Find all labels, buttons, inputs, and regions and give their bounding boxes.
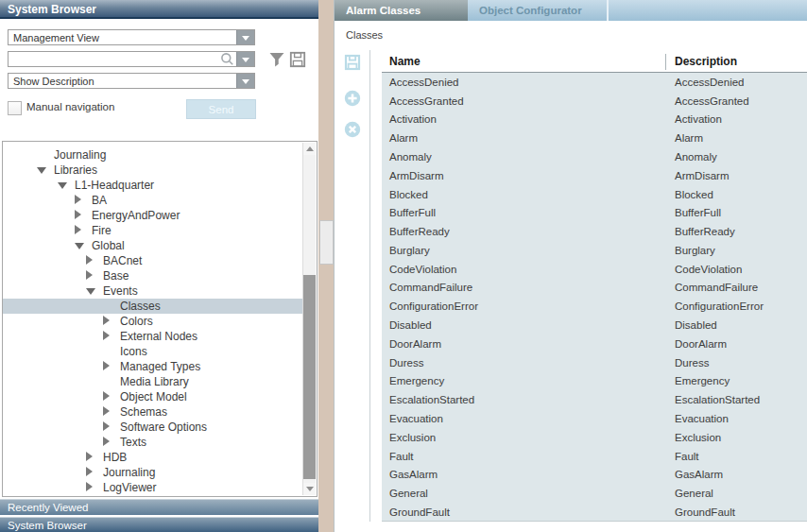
tree-expander-closed-icon[interactable] [86, 451, 103, 464]
tree-expander-closed-icon[interactable] [86, 466, 103, 479]
chevron-down-icon[interactable] [236, 30, 254, 44]
table-row[interactable]: BufferReadyBufferReady [382, 222, 807, 241]
chevron-down-icon[interactable] [236, 52, 254, 66]
cell-name: Exclusion [382, 432, 665, 443]
tree-expander-closed-icon[interactable] [103, 360, 120, 373]
save-icon[interactable] [289, 51, 306, 71]
table-row[interactable]: ExclusionExclusion [382, 428, 807, 447]
table-row[interactable]: DisabledDisabled [382, 316, 807, 335]
table-row[interactable]: EvacuationEvacuation [382, 409, 807, 428]
tree-item-managed-types[interactable]: Managed Types [3, 359, 303, 374]
add-icon[interactable] [344, 90, 361, 110]
search-input[interactable] [10, 52, 213, 66]
view-selector-combobox[interactable]: Management View [8, 29, 255, 45]
tree-expander-closed-icon[interactable] [86, 481, 103, 494]
tree-expander-open-icon[interactable] [37, 163, 54, 177]
tree-item-schemas[interactable]: Schemas [3, 404, 303, 420]
system-browser-bar[interactable]: System Browser [0, 517, 318, 532]
display-mode-combobox[interactable]: Show Description [8, 73, 255, 89]
table-row[interactable]: ArmDisarmArmDisarm [382, 166, 807, 185]
tree-item-fire[interactable]: Fire [3, 223, 303, 238]
tab-label: Object Configurator [479, 5, 582, 16]
tree-item-bacnet[interactable]: BACnet [3, 253, 303, 268]
tree-item-icons[interactable]: Icons [3, 344, 303, 359]
table-row[interactable]: FaultFault [382, 447, 807, 466]
tree-item-texts[interactable]: Texts [3, 435, 303, 450]
table-row[interactable]: DuressDuress [382, 353, 807, 372]
manual-navigation-checkbox[interactable] [8, 101, 22, 115]
tree-item-global[interactable]: Global [3, 238, 303, 253]
tree-expander-open-icon[interactable] [75, 239, 92, 252]
table-row[interactable]: GeneralGeneral [382, 484, 807, 503]
panel-splitter[interactable] [318, 0, 334, 532]
tree-scrollbar[interactable] [302, 143, 316, 495]
table-row[interactable]: DoorAlarmDoorAlarm [382, 335, 807, 353]
tree-expander-closed-icon[interactable] [103, 330, 120, 343]
scroll-up-icon[interactable] [303, 143, 316, 155]
tree-expander-open-icon[interactable] [58, 179, 75, 192]
tree-expander-closed-icon[interactable] [86, 254, 103, 267]
tree-item-classes[interactable]: Classes [3, 299, 303, 314]
tree-item-colors[interactable]: Colors [3, 314, 303, 329]
cell-description: Blocked [665, 189, 807, 200]
column-header-name[interactable]: Name [389, 55, 421, 68]
table-row[interactable]: GroundFaultGroundFault [382, 503, 807, 522]
filter-icon[interactable] [268, 52, 285, 71]
save-icon[interactable] [344, 54, 361, 74]
recently-viewed-bar[interactable]: Recently Viewed [0, 499, 318, 515]
tree-expander-closed-icon[interactable] [75, 224, 92, 237]
table-row[interactable]: BlockedBlocked [382, 185, 807, 204]
tree-expander-closed-icon[interactable] [103, 390, 120, 403]
tree-item-journaling[interactable]: Journaling [3, 465, 303, 480]
table-row[interactable]: ActivationActivation [382, 111, 807, 129]
tree-item-base[interactable]: Base [3, 268, 303, 283]
tree-item-l1-headquarter[interactable]: L1-Headquarter [3, 178, 303, 193]
chevron-down-icon[interactable] [236, 74, 254, 88]
tab-object-configurator[interactable]: Object Configurator [468, 0, 609, 21]
table-row[interactable]: CodeViolationCodeViolation [382, 260, 807, 279]
tree-item-ba[interactable]: BA [3, 193, 303, 208]
table-row[interactable]: BurglaryBurglary [382, 241, 807, 260]
table-row[interactable]: BufferFullBufferFull [382, 203, 807, 222]
table-row[interactable]: AccessDeniedAccessDenied [382, 73, 807, 92]
send-button[interactable]: Send [186, 99, 256, 119]
column-divider[interactable] [665, 54, 666, 70]
table-row[interactable]: EmergencyEmergency [382, 372, 807, 391]
tree-expander-closed-icon[interactable] [75, 194, 92, 207]
tree-expander-closed-icon[interactable] [103, 315, 120, 328]
table-row[interactable]: AnomalyAnomaly [382, 147, 807, 166]
tab-alarm-classes[interactable]: Alarm Classes [335, 0, 468, 21]
table-row[interactable]: GasAlarmGasAlarm [382, 465, 807, 484]
table-row[interactable]: AlarmAlarm [382, 129, 807, 147]
scroll-down-icon[interactable] [303, 483, 316, 495]
splitter-grip[interactable] [319, 220, 334, 265]
table-row[interactable]: ConfigurationErrorConfigurationError [382, 297, 807, 316]
tree-expander-closed-icon[interactable] [75, 209, 92, 222]
tree-expander-open-icon[interactable] [86, 284, 103, 298]
tree-item-label: BA [92, 194, 107, 207]
table-row[interactable]: EscalationStartedEscalationStarted [382, 390, 807, 409]
tree-item-external-nodes[interactable]: External Nodes [3, 329, 303, 344]
tree-item-object-model[interactable]: Object Model [3, 389, 303, 404]
panel-title: System Browser [0, 0, 318, 19]
tree-item-libraries[interactable]: Libraries [3, 163, 303, 178]
tree-item-events[interactable]: Events [3, 283, 303, 299]
tree-expander-closed-icon[interactable] [103, 436, 120, 449]
tree-item-logviewer[interactable]: LogViewer [3, 480, 303, 495]
scrollbar-thumb[interactable] [303, 275, 316, 479]
tree-expander-closed-icon[interactable] [86, 269, 103, 283]
tree-item-journaling[interactable]: Journaling [3, 147, 303, 163]
table-row[interactable]: AccessGrantedAccessGranted [382, 92, 807, 111]
delete-icon[interactable] [344, 121, 361, 141]
tree-expander-closed-icon[interactable] [103, 420, 120, 434]
tree-item-software-options[interactable]: Software Options [3, 420, 303, 435]
tree-item-hdb[interactable]: HDB [3, 450, 303, 465]
tree-item-energyandpower[interactable]: EnergyAndPower [3, 208, 303, 223]
table-row[interactable]: CommandFailureCommandFailure [382, 279, 807, 298]
tree-expander-closed-icon[interactable] [103, 405, 120, 419]
cell-description: GroundFault [665, 506, 807, 518]
column-header-description[interactable]: Description [675, 55, 737, 68]
table-header: Name Description [382, 52, 807, 73]
cell-name: EscalationStarted [382, 394, 665, 405]
tree-item-media-library[interactable]: Media Library [3, 374, 303, 389]
